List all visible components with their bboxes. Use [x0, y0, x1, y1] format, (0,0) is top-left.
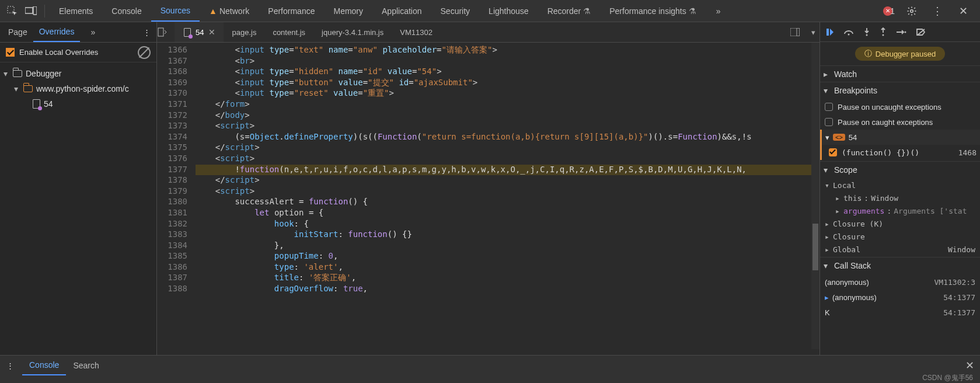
close-tab-icon[interactable]: ✕	[208, 27, 215, 37]
caret-down-icon: ▾	[824, 86, 831, 95]
svg-rect-1	[25, 8, 33, 13]
code-content[interactable]: <input type="text" name="anw" placeholde…	[196, 43, 819, 357]
caret-right-icon: ▸	[824, 69, 831, 79]
scope-closure[interactable]: ▸Closure	[820, 230, 980, 243]
more-nav-tabs-icon[interactable]: »	[85, 22, 101, 42]
svg-rect-7	[826, 29, 829, 36]
panel-tab-security[interactable]: Security	[431, 0, 480, 22]
scope-local[interactable]: ▾Local	[820, 179, 980, 192]
callstack-frame[interactable]: (anonymous)54:1377	[820, 290, 980, 305]
pause-caught-row[interactable]: Pause on caught exceptions	[820, 114, 980, 130]
navigator-tabs: PageOverrides » ⋮	[0, 22, 156, 43]
kebab-menu-icon[interactable]: ⋮	[929, 2, 946, 20]
pause-uncaught-row[interactable]: Pause on uncaught exceptions	[820, 99, 980, 114]
editor-tab[interactable]: content.js	[264, 22, 313, 42]
debugger-panel: ⓘ Debugger paused ▸ Watch ▾ Breakpoints …	[819, 22, 980, 383]
drawer-tabs: ⋮ ConsoleSearch	[0, 356, 980, 375]
info-icon: ⓘ	[864, 48, 872, 59]
folder-icon	[23, 85, 33, 92]
bp-line: 1468	[958, 148, 976, 157]
editor-tab[interactable]: 54✕	[175, 22, 224, 42]
breakpoints-section[interactable]: ▾ Breakpoints	[820, 82, 980, 98]
breakpoint-entry[interactable]: (function() {})() 1468	[820, 145, 980, 160]
frame-location: 54:1377	[943, 308, 975, 317]
callstack-frame[interactable]: K54:1377	[820, 305, 980, 320]
step-over-icon[interactable]	[843, 28, 854, 36]
panel-tab-recorder[interactable]: Recorder⚗	[538, 0, 601, 22]
close-drawer-icon[interactable]: ✕	[965, 359, 974, 372]
tree-folder-root[interactable]: ▾ Debugger	[4, 66, 153, 81]
step-icon[interactable]	[896, 29, 906, 36]
panel-tab-sources[interactable]: Sources	[151, 0, 200, 22]
caret-down-icon: ▾	[825, 133, 829, 142]
file-nav-icon[interactable]	[157, 27, 175, 37]
drawer-tab-console[interactable]: Console	[22, 356, 66, 375]
panel-tab-memory[interactable]: Memory	[324, 0, 372, 22]
code-editor[interactable]: 1366136713681369137013711372137313741375…	[157, 43, 819, 357]
panel-tab-lighthouse[interactable]: Lighthouse	[479, 0, 538, 22]
nav-tab-overrides[interactable]: Overrides	[33, 22, 81, 42]
panel-tab-console[interactable]: Console	[102, 0, 151, 22]
flask-icon: ⚗	[583, 6, 591, 16]
editor-more-icon[interactable]: ▾	[807, 28, 819, 37]
deactivate-breakpoints-icon[interactable]	[916, 28, 926, 36]
nav-tab-page[interactable]: Page	[2, 22, 33, 42]
sources-editor: 54✕page.jscontent.jsjquery-3.4.1.min.jsV…	[157, 22, 819, 383]
checkbox[interactable]	[825, 118, 833, 126]
toggle-reader-icon[interactable]	[790, 28, 807, 36]
caret-down-icon: ▾	[4, 69, 9, 78]
panel-tab-application[interactable]: Application	[372, 0, 431, 22]
scope-global[interactable]: ▸GlobalWindow	[820, 243, 980, 256]
editor-tab[interactable]: jquery-3.4.1.min.js	[313, 22, 392, 42]
breakpoint-file-header[interactable]: ▾ <> 54	[820, 130, 980, 145]
file-chip-icon: <>	[833, 134, 845, 141]
tree-folder-domain[interactable]: ▾ www.python-spider.com/c	[4, 81, 153, 96]
flask-icon: ⚗	[689, 6, 696, 16]
scope-section[interactable]: ▾ Scope	[820, 161, 980, 177]
scope-this[interactable]: ▸this: Window	[820, 192, 980, 204]
svg-rect-2	[33, 6, 37, 15]
scope-arguments[interactable]: ▸arguments: Arguments ['stat	[820, 204, 980, 217]
drawer-tab-search[interactable]: Search	[66, 356, 106, 375]
panel-tab-performance[interactable]: Performance	[259, 0, 324, 22]
bp-label: Pause on caught exceptions	[838, 118, 933, 127]
settings-icon[interactable]	[903, 2, 920, 20]
checkbox-checked[interactable]	[829, 148, 837, 156]
close-devtools-icon[interactable]: ✕	[954, 2, 972, 20]
callstack-frame[interactable]: (anonymous)VM11302:3	[820, 274, 980, 290]
tab-label: VM11302	[400, 28, 433, 37]
debugger-paused-badge: ⓘ Debugger paused	[855, 47, 945, 61]
callstack-section[interactable]: ▾ Call Stack	[820, 257, 980, 273]
checkbox[interactable]	[825, 103, 833, 111]
inspect-icon[interactable]	[4, 2, 21, 20]
editor-vscrollbar[interactable]	[811, 43, 819, 349]
overrides-file-tree: ▾ Debugger ▾ www.python-spider.com/c 54	[0, 62, 156, 115]
bp-code: (function() {})()	[842, 148, 919, 157]
editor-tab[interactable]: VM11302	[392, 22, 441, 42]
watch-section[interactable]: ▸ Watch	[820, 65, 980, 82]
frame-location: 54:1377	[943, 293, 975, 302]
caret-down-icon: ▾	[14, 84, 20, 93]
clear-overrides-icon[interactable]	[138, 46, 151, 59]
devtools-panel-tabs: ElementsConsoleSources▲NetworkPerformanc…	[50, 0, 706, 22]
scope-closure-k[interactable]: ▸Closure (K)	[820, 217, 980, 230]
file-icon	[33, 99, 40, 109]
panel-tab-performance-insights[interactable]: Performance insights⚗	[600, 0, 706, 22]
step-out-icon[interactable]	[880, 27, 887, 37]
file-label: 54	[44, 99, 53, 109]
step-into-icon[interactable]	[863, 27, 870, 37]
editor-tabs: 54✕page.jscontent.jsjquery-3.4.1.min.jsV…	[157, 22, 819, 43]
editor-tab[interactable]: page.js	[224, 22, 264, 42]
more-tabs-icon[interactable]: »	[707, 0, 730, 22]
panel-tab-network[interactable]: ▲Network	[200, 0, 259, 22]
device-toggle-icon[interactable]	[22, 2, 40, 20]
error-indicator[interactable]: ✕ 1	[883, 6, 895, 16]
bp-file-label: 54	[849, 133, 857, 142]
navigator-menu-icon[interactable]: ⋮	[139, 28, 154, 37]
resume-icon[interactable]	[826, 28, 834, 36]
panel-tab-elements[interactable]: Elements	[50, 0, 102, 22]
tree-file[interactable]: 54	[4, 96, 153, 112]
tab-label: 54	[196, 28, 204, 37]
enable-overrides-checkbox[interactable]	[6, 48, 15, 57]
drawer-menu-icon[interactable]: ⋮	[4, 361, 16, 370]
